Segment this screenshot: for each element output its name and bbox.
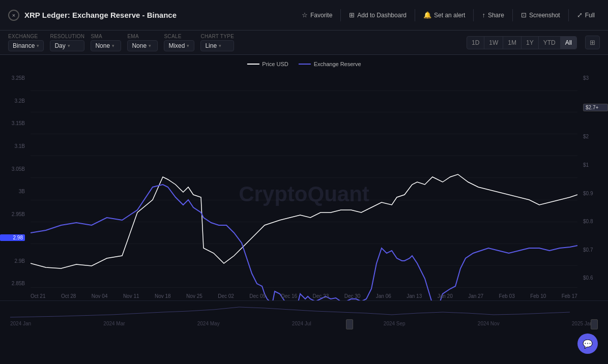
time-btn-1m[interactable]: 1M [503, 37, 522, 49]
scale-group: Scale Mixed ▾ [164, 34, 194, 51]
chevron-down-icon: ▾ [37, 43, 39, 48]
sma-value: None [95, 42, 110, 49]
mini-chart-svg [10, 302, 608, 322]
share-button[interactable]: ↑ Share [477, 8, 509, 22]
time-btn-1y[interactable]: 1Y [522, 37, 539, 49]
y-left-label: 3.05B [0, 166, 25, 172]
y-axis-right: $3 $2.7+ $2 $1 $0.9 $0.8 $0.7 $0.6 $0.5 [580, 75, 608, 309]
share-icon: ↑ [482, 11, 485, 19]
x-label: Dec 09 [249, 293, 266, 299]
chart-container: Price USD Exchange Reserve CryptoQuant 3… [0, 55, 608, 333]
set-alert-label: Set an alert [434, 12, 465, 19]
mini-timeline: 2024 Jan 2024 Mar 2024 May 2024 Jul 2024… [10, 321, 593, 326]
legend-price-usd: Price USD [247, 61, 288, 67]
favorite-button[interactable]: ☆ Favorite [297, 8, 337, 22]
chevron-down-icon: ▾ [112, 43, 114, 48]
chart-type-label: Chart Type [200, 34, 234, 39]
legend-price-label: Price USD [262, 61, 288, 67]
screenshot-button[interactable]: ⊡ Screenshot [516, 8, 565, 22]
chat-icon: 💬 [583, 339, 593, 349]
mini-label: 2024 Jul [292, 321, 311, 326]
mini-label: 2024 May [197, 321, 220, 326]
exchange-group: Exchange Binance ▾ [8, 34, 44, 51]
mini-range-handle-right[interactable] [591, 319, 598, 329]
dashboard-icon: ⊞ [349, 11, 355, 19]
scale-label: Scale [164, 34, 194, 39]
separator [512, 9, 513, 21]
y-left-label: 3.1B [0, 143, 25, 149]
exchange-value: Binance [13, 42, 35, 49]
x-label: Nov 04 [92, 293, 108, 299]
separator [568, 9, 569, 21]
x-label: Feb 10 [530, 293, 546, 299]
camera-icon: ⊡ [521, 11, 527, 19]
y-left-label: 3.25B [0, 75, 25, 81]
x-label: Nov 25 [186, 293, 202, 299]
full-button[interactable]: ⤢ Full [572, 8, 600, 22]
header: × XRP Ledger: Exchange Reserve - Binance… [0, 0, 608, 31]
price-usd-line [31, 174, 577, 268]
legend-exchange-reserve: Exchange Reserve [299, 61, 361, 67]
close-icon[interactable]: × [8, 10, 19, 21]
x-label: Dec 16 [281, 293, 297, 299]
x-label: Dec 02 [218, 293, 234, 299]
y-right-label: $3 [583, 75, 608, 81]
chart-type-group: Chart Type Line ▾ [200, 34, 234, 51]
exchange-label: Exchange [8, 34, 44, 39]
resolution-select[interactable]: Day ▾ [50, 40, 84, 51]
chart-legend: Price USD Exchange Reserve [247, 61, 361, 67]
expand-icon: ⤢ [577, 11, 583, 19]
scale-select[interactable]: Mixed ▾ [164, 40, 194, 51]
x-label: Feb 03 [499, 293, 515, 299]
y-left-label: 3.15B [0, 120, 25, 126]
y-right-label: $0.9 [583, 191, 608, 196]
add-dashboard-button[interactable]: ⊞ Add to Dashboard [344, 8, 412, 22]
time-btn-1w[interactable]: 1W [484, 37, 503, 49]
toolbar: Exchange Binance ▾ Resolution Day ▾ SMA … [0, 31, 608, 55]
sma-label: SMA [91, 34, 121, 39]
x-label: Jan 06 [376, 293, 391, 299]
y-axis-left: 3.25B 3.2B 3.15B 3.1B 3.05B 3B 2.95B 2.9… [0, 75, 28, 309]
separator [473, 9, 474, 21]
full-label: Full [585, 12, 595, 19]
chart-type-select[interactable]: Line ▾ [200, 40, 234, 51]
chat-button[interactable]: 💬 [577, 333, 598, 354]
favorite-label: Favorite [310, 12, 332, 19]
y-left-label: 3B [0, 189, 25, 194]
header-right: ☆ Favorite ⊞ Add to Dashboard 🔔 Set an a… [297, 8, 600, 22]
chart-type-value: Line [205, 42, 217, 49]
mini-label: 2024 Nov [478, 321, 500, 326]
x-label: Jan 20 [438, 293, 453, 299]
chevron-down-icon: ▾ [68, 43, 70, 48]
mini-label: 2024 Jan [10, 321, 31, 326]
header-left: × XRP Ledger: Exchange Reserve - Binance [8, 10, 177, 21]
main-chart-svg [31, 75, 577, 324]
set-alert-button[interactable]: 🔔 Set an alert [418, 8, 470, 22]
calendar-button[interactable]: ⊞ [585, 36, 600, 49]
time-btn-all[interactable]: All [561, 37, 576, 49]
legend-line-white [247, 64, 259, 65]
chevron-down-icon: ▾ [187, 43, 189, 48]
x-label: Dec 30 [344, 293, 361, 299]
x-label: Dec 23 [313, 293, 329, 299]
exchange-select[interactable]: Binance ▾ [8, 40, 44, 51]
x-label: Oct 21 [31, 293, 45, 299]
sma-select[interactable]: None ▾ [91, 40, 121, 51]
x-axis: Oct 21 Oct 28 Nov 04 Nov 11 Nov 18 Nov 2… [31, 293, 577, 299]
time-btn-1d[interactable]: 1D [467, 37, 484, 49]
star-icon: ☆ [302, 11, 308, 19]
ema-select[interactable]: None ▾ [127, 40, 158, 51]
mini-label: 2025 Jan [572, 321, 593, 326]
y-right-label: $2 [583, 134, 608, 139]
page-title: XRP Ledger: Exchange Reserve - Binance [24, 11, 177, 19]
ema-label: EMA [127, 34, 158, 39]
y-right-label: $1 [583, 162, 608, 168]
x-label: Feb 17 [562, 293, 577, 299]
mini-line [10, 307, 570, 317]
share-label: Share [488, 12, 504, 19]
sma-group: SMA None ▾ [91, 34, 121, 51]
y-right-label: $0.6 [583, 275, 608, 281]
mini-range-handle-left[interactable] [346, 319, 353, 329]
time-btn-ytd[interactable]: YTD [539, 37, 561, 49]
x-label: Jan 13 [407, 293, 422, 299]
